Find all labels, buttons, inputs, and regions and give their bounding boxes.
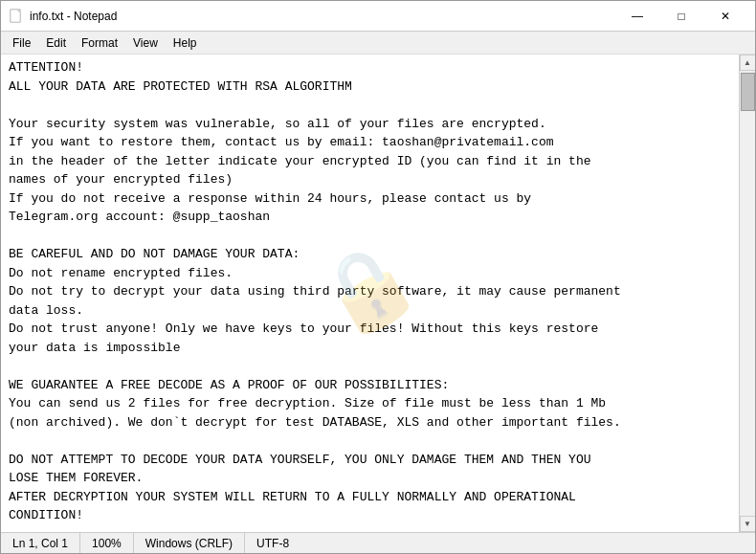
menu-help[interactable]: Help (166, 33, 205, 54)
zoom-level: 100% (80, 533, 134, 553)
app-icon (9, 9, 24, 24)
minimize-button[interactable]: — (615, 1, 659, 32)
vertical-scrollbar[interactable]: ▲ ▼ (739, 55, 755, 532)
cursor-position: Ln 1, Col 1 (9, 533, 80, 553)
maximize-button[interactable]: □ (659, 1, 703, 32)
scroll-up-arrow[interactable]: ▲ (740, 55, 756, 71)
scroll-thumb[interactable] (741, 73, 755, 111)
status-bar: Ln 1, Col 1 100% Windows (CRLF) UTF-8 (1, 532, 755, 553)
menu-edit[interactable]: Edit (38, 33, 74, 54)
text-editor[interactable]: ATTENTION! ALL YOUR DATA ARE PROTECTED W… (1, 55, 739, 532)
menu-bar: File Edit Format View Help (1, 32, 755, 55)
notepad-window: info.txt - Notepad — □ ✕ File Edit Forma… (0, 0, 756, 554)
title-bar: info.txt - Notepad — □ ✕ (1, 1, 755, 32)
close-button[interactable]: ✕ (703, 1, 747, 32)
menu-view[interactable]: View (125, 33, 166, 54)
window-title: info.txt - Notepad (30, 10, 615, 23)
editor-area: ATTENTION! ALL YOUR DATA ARE PROTECTED W… (1, 55, 755, 532)
encoding: UTF-8 (245, 533, 300, 553)
line-endings: Windows (CRLF) (134, 533, 245, 553)
menu-file[interactable]: File (5, 33, 38, 54)
window-controls: — □ ✕ (615, 1, 747, 32)
watermark: 🔒 (300, 220, 440, 367)
scroll-down-arrow[interactable]: ▼ (740, 516, 756, 532)
scroll-track[interactable] (740, 71, 756, 516)
menu-format[interactable]: Format (74, 33, 125, 54)
